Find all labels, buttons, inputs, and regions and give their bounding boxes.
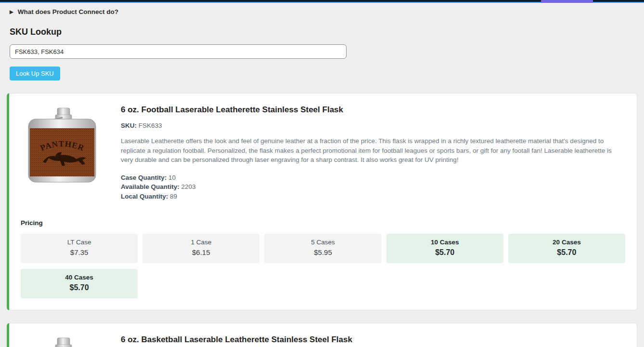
football-flask-illustration: PANTHERS [21,104,103,186]
available-quantity-value: 2203 [181,183,196,190]
product-description: Laserable Leatherette offers the look an… [121,136,625,165]
local-quantity-line: Local Quantity: 89 [121,192,625,201]
product-card-header: PANTHERS 6 oz. Football Laserable Leathe… [21,104,625,201]
basketball-flask-illustration [21,334,103,347]
case-quantity-value: 10 [168,174,176,181]
product-card-fsk633: PANTHERS 6 oz. Football Laserable Leathe… [7,93,637,310]
available-quantity-label: Available Quantity: [121,183,180,190]
pricing-grid: LT Case $7.35 1 Case $6.15 5 Cases $5.95… [21,234,625,298]
product-title: 6 oz. Basketball Laserable Leatherette S… [121,335,625,345]
product-image-football-flask: PANTHERS [21,104,103,186]
main-content: ▶ What does Product Connect do? SKU Look… [0,3,644,347]
local-quantity-value: 89 [170,193,177,200]
product-card-header: 6 oz. Basketball Laserable Leatherette S… [21,334,625,347]
case-quantity-label: Case Quantity: [121,174,167,181]
pricing-section-label: Pricing [21,219,625,227]
page-title: SKU Lookup [10,27,634,37]
product-image-basketball-flask [21,334,103,347]
price-tier-1-case: 1 Case $6.15 [142,234,259,263]
loading-progress-segment [541,0,593,3]
sku-value: FSK633 [139,122,162,129]
price-tier-10-cases: 10 Cases $5.70 [386,234,503,263]
top-loading-bar [0,0,644,3]
product-info: 6 oz. Football Laserable Leatherette Sta… [121,104,625,201]
faq-disclosure[interactable]: ▶ What does Product Connect do? [7,3,121,15]
price-tier-5-cases: 5 Cases $5.95 [264,234,381,263]
disclosure-triangle-icon: ▶ [10,9,13,14]
sku-input[interactable] [10,44,347,59]
product-sku: SKU: FSK633 [121,122,625,129]
faq-label: What does Product Connect do? [18,8,118,15]
price-tier-40-cases: 40 Cases $5.70 [21,269,138,298]
lookup-sku-button[interactable]: Look Up SKU [10,67,60,80]
price-tier-20-cases: 20 Cases $5.70 [508,234,625,263]
product-info: 6 oz. Basketball Laserable Leatherette S… [121,334,625,347]
product-card-fsk634: 6 oz. Basketball Laserable Leatherette S… [7,323,637,347]
available-quantity-line: Available Quantity: 2203 [121,182,625,192]
local-quantity-label: Local Quantity: [121,193,168,200]
product-title: 6 oz. Football Laserable Leatherette Sta… [121,105,625,115]
case-quantity-line: Case Quantity: 10 [121,173,625,183]
sku-label: SKU: [121,122,137,129]
price-tier-lt-case: LT Case $7.35 [21,234,138,263]
